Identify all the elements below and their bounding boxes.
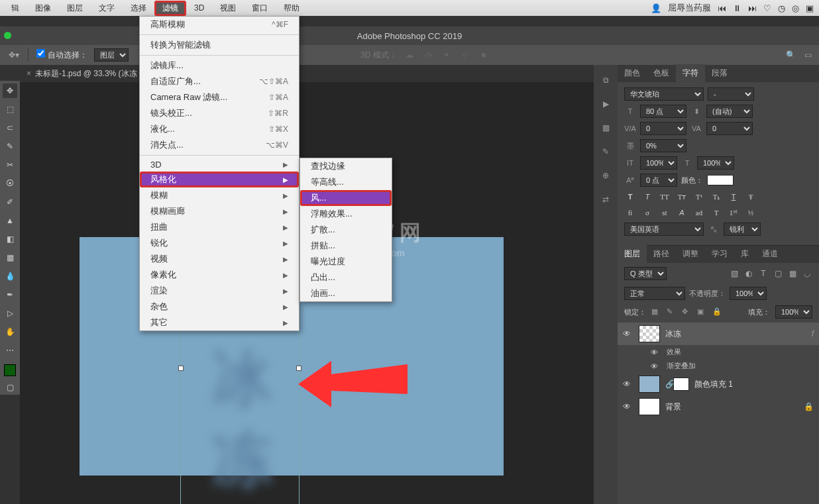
half-button[interactable]: ½ — [745, 207, 757, 219]
menu-window[interactable]: 窗口 — [244, 1, 276, 16]
tab-paths[interactable]: 路径 — [647, 245, 676, 263]
autosel-dropdown[interactable]: 图层 — [94, 48, 129, 62]
contextual-button[interactable]: T — [710, 207, 722, 219]
smallcaps-button[interactable]: Tᴛ — [676, 191, 688, 203]
filter-shape-icon[interactable]: ▢ — [773, 268, 783, 279]
layer-fx[interactable]: 👁 效果 — [618, 345, 819, 359]
document-tab[interactable]: × 未标题-1.psd @ 33.3% (冰冻 — [20, 65, 137, 82]
icon-swatches[interactable]: ▦ — [599, 122, 612, 134]
filter-camera[interactable]: Camera Raw 滤镜...⇧⌘A — [140, 89, 299, 105]
maximize-button[interactable] — [4, 32, 11, 39]
menu-image[interactable]: 图像 — [27, 1, 59, 16]
titling-button[interactable]: ad — [693, 207, 705, 219]
menu-view[interactable]: 视图 — [212, 1, 244, 16]
tab-swatch[interactable]: 色板 — [647, 64, 676, 82]
menu-select[interactable]: 选择 — [123, 1, 154, 16]
icon-play[interactable]: ▶ — [599, 98, 612, 110]
visibility-icon[interactable]: 👁 — [623, 402, 633, 411]
filter-image-icon[interactable]: ▧ — [729, 268, 739, 279]
pen-tool[interactable]: ✒ — [3, 287, 17, 302]
lasso-tool[interactable]: ⊂ — [3, 121, 17, 135]
media-pause-icon[interactable]: ⏸ — [733, 3, 741, 13]
layer-item-1[interactable]: 👁 🔗 颜色填充 1 — [618, 373, 819, 395]
fraction-button[interactable]: 1ˢᵗ — [728, 207, 739, 219]
filter-blurgallery[interactable]: 模糊画廊▶ — [140, 203, 299, 219]
layer-name[interactable]: 颜色填充 1 — [694, 379, 733, 390]
icon-brush[interactable]: ✎ — [599, 146, 612, 158]
stylize-contour[interactable]: 等高线... — [300, 174, 392, 190]
filter-adjust-icon[interactable]: ◐ — [743, 268, 754, 279]
filter-lens[interactable]: 镜头校正...⇧⌘R — [140, 105, 299, 121]
foreground-color[interactable] — [4, 364, 16, 376]
stylize-oil[interactable]: 油画... — [300, 285, 392, 301]
opacity[interactable]: 100% — [730, 287, 767, 300]
filter-gallery[interactable]: 滤镜库... — [140, 58, 299, 74]
vscale[interactable]: 100% — [640, 156, 677, 170]
italic-button[interactable]: T — [641, 191, 653, 203]
lock-move-icon[interactable]: ✥ — [682, 307, 692, 317]
filter-video[interactable]: 视频▶ — [140, 251, 299, 267]
layer-thumb[interactable] — [639, 376, 660, 393]
leading[interactable]: (自动) — [706, 105, 753, 118]
media-next-icon[interactable]: ⏭ — [748, 3, 757, 13]
blend-mode[interactable]: 正常 — [624, 287, 685, 300]
kerning[interactable]: 0 — [640, 122, 686, 135]
layer-item-0[interactable]: 👁 冰冻 f — [618, 323, 819, 345]
auto-select[interactable]: 自动选择： — [36, 49, 87, 61]
filter-other[interactable]: 其它▶ — [140, 315, 299, 330]
wand-tool[interactable]: ✎ — [3, 139, 17, 154]
filter-adaptive[interactable]: 自适应广角...⌥⇧⌘A — [140, 74, 299, 89]
filter-3d[interactable]: 3D▶ — [140, 158, 299, 172]
menu-layer[interactable]: 图层 — [59, 1, 91, 16]
3d-icon-1[interactable]: ☁ — [404, 49, 415, 61]
stylize-diffuse[interactable]: 扩散... — [300, 222, 392, 238]
fill[interactable]: 100% — [775, 305, 812, 319]
layer-fx-item[interactable]: 👁 渐变叠加 — [618, 359, 819, 373]
font-style[interactable]: - — [708, 87, 754, 101]
visibility-icon[interactable]: 👁 — [623, 329, 633, 338]
filter-smart-icon[interactable]: ▦ — [787, 268, 798, 279]
menu-help[interactable]: 帮助 — [276, 1, 307, 16]
swash-button[interactable]: A — [676, 207, 688, 219]
cc-icon[interactable]: ◎ — [792, 3, 799, 13]
allcaps-button[interactable]: TT — [659, 191, 671, 203]
filter-sharpen[interactable]: 锐化▶ — [140, 235, 299, 251]
move-tool-icon[interactable]: ✥▾ — [8, 49, 20, 61]
tracking[interactable]: 0 — [706, 122, 753, 135]
tab-paragraph[interactable]: 段落 — [705, 64, 734, 82]
marquee-tool[interactable]: ⬚ — [3, 102, 17, 117]
close-tab-icon[interactable]: × — [27, 69, 31, 78]
mask-thumb[interactable] — [673, 378, 689, 391]
icon-clone[interactable]: ⊕ — [599, 170, 612, 181]
stylize-solarize[interactable]: 曝光过度 — [300, 254, 392, 270]
filter-type-icon[interactable]: T — [758, 268, 769, 279]
underline-button[interactable]: T — [728, 191, 739, 203]
ordinal-button[interactable]: σ — [641, 207, 653, 219]
more-tools[interactable]: ⋯ — [3, 343, 17, 358]
superscript-button[interactable]: T¹ — [693, 191, 705, 203]
media-prev-icon[interactable]: ⏮ — [718, 3, 726, 13]
layer-item-2[interactable]: 👁 背景 🔒 — [618, 395, 819, 418]
stylize-extrude[interactable]: 凸出... — [300, 270, 392, 285]
tab-character[interactable]: 字符 — [676, 64, 705, 82]
path-tool[interactable]: ▷ — [3, 306, 17, 321]
menu-edit[interactable]: 辑 — [3, 1, 27, 16]
3d-icon-3[interactable]: ✦ — [441, 49, 453, 61]
baseline[interactable]: 0 点 — [640, 174, 677, 187]
gradient-tool[interactable]: ▦ — [3, 250, 17, 265]
filter-vanish[interactable]: 消失点...⌥⌘V — [140, 137, 299, 153]
stylize-wind[interactable]: 风... — [300, 190, 392, 206]
stylize-findedges[interactable]: 查找边缘 — [300, 158, 392, 174]
font-family[interactable]: 华文琥珀 — [624, 87, 704, 101]
3d-icon-4[interactable]: ⊹ — [459, 49, 471, 61]
eraser-tool[interactable]: ◧ — [3, 232, 17, 246]
blur-tool[interactable]: 💧 — [3, 269, 17, 283]
visibility-icon[interactable]: 👁 — [651, 348, 661, 356]
lock-pixels-icon[interactable]: ▩ — [651, 307, 661, 317]
brush-tool[interactable]: ✐ — [3, 195, 17, 209]
stylize-emboss[interactable]: 浮雕效果... — [300, 206, 392, 222]
heart-icon[interactable]: ♡ — [763, 3, 771, 13]
tray-icon[interactable]: ▣ — [806, 3, 814, 13]
tab-channels[interactable]: 通道 — [755, 245, 785, 263]
tab-color[interactable]: 颜色 — [618, 64, 647, 82]
